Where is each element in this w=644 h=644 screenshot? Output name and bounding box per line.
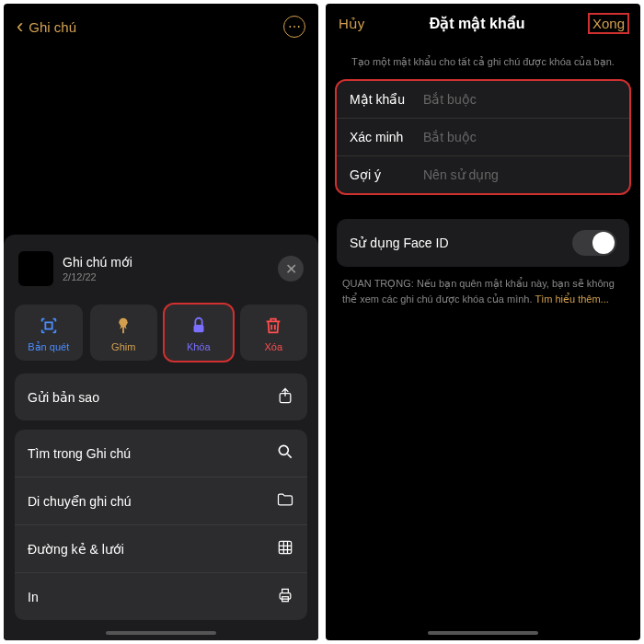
lock-label: Khóa — [187, 341, 211, 352]
password-input[interactable]: Bắt buộc — [423, 92, 477, 107]
warning-text: QUAN TRỌNG: Nếu bạn quên mật khẩu này, b… — [326, 267, 640, 316]
action-sheet: Ghi chú mới 2/12/22 ✕ Bản quét Ghim Khóa… — [4, 235, 318, 640]
pin-label: Ghim — [111, 341, 135, 352]
send-copy-label: Gửi bản sao — [28, 390, 99, 405]
move-label: Di chuyển ghi chú — [28, 494, 132, 509]
find-item[interactable]: Tìm trong Ghi chú — [15, 430, 307, 477]
header: Hủy Đặt mật khẩu Xong — [326, 4, 640, 43]
faceid-row: Sử dụng Face ID — [337, 219, 629, 267]
move-item[interactable]: Di chuyển ghi chú — [15, 477, 307, 525]
scan-icon — [39, 316, 59, 336]
print-icon — [276, 586, 294, 607]
back-chevron-icon[interactable]: ‹ — [17, 15, 23, 39]
password-label: Mật khẩu — [350, 92, 423, 107]
more-icon[interactable]: ⋯ — [283, 16, 305, 38]
svg-rect-2 — [193, 325, 203, 332]
verify-input[interactable]: Bắt buộc — [423, 130, 477, 144]
subtitle: Tạo một mật khẩu cho tất cả ghi chú được… — [326, 43, 640, 81]
note-date: 2/12/22 — [63, 271, 278, 282]
trash-icon — [263, 316, 283, 336]
svg-rect-6 — [280, 593, 291, 600]
home-indicator[interactable] — [106, 631, 216, 635]
svg-point-4 — [279, 445, 288, 454]
quick-actions: Bản quét Ghim Khóa Xóa — [15, 305, 307, 361]
delete-label: Xóa — [264, 341, 282, 352]
pin-button[interactable]: Ghim — [90, 305, 158, 361]
set-password-screen: Hủy Đặt mật khẩu Xong Tạo một mật khẩu c… — [326, 4, 640, 640]
password-row[interactable]: Mật khẩu Bắt buộc — [337, 81, 629, 119]
toggle-knob — [592, 232, 615, 254]
print-label: In — [28, 590, 39, 604]
scan-button[interactable]: Bản quét — [15, 305, 83, 361]
lines-item[interactable]: Đường kẻ & lưới — [15, 525, 307, 573]
scan-label: Bản quét — [28, 341, 69, 353]
faceid-label: Sử dụng Face ID — [350, 236, 449, 250]
svg-rect-5 — [279, 541, 291, 553]
share-icon — [276, 386, 294, 408]
svg-rect-1 — [122, 326, 124, 333]
verify-label: Xác minh — [350, 130, 423, 144]
delete-button[interactable]: Xóa — [240, 305, 308, 361]
pin-icon — [113, 316, 133, 336]
back-label[interactable]: Ghi chú — [29, 19, 283, 35]
hint-row[interactable]: Gợi ý Nên sử dụng — [337, 156, 629, 193]
lines-label: Đường kẻ & lưới — [28, 542, 124, 557]
menu-group-2: Tìm trong Ghi chú Di chuyển ghi chú Đườn… — [15, 430, 307, 620]
faceid-toggle[interactable] — [572, 230, 616, 256]
note-header: Ghi chú mới 2/12/22 ✕ — [15, 246, 307, 299]
svg-point-0 — [120, 318, 128, 327]
learn-more-link[interactable]: Tìm hiểu thêm... — [535, 293, 608, 305]
close-button[interactable]: ✕ — [278, 256, 304, 282]
send-copy-item[interactable]: Gửi bản sao — [15, 374, 307, 420]
find-label: Tìm trong Ghi chú — [28, 446, 131, 461]
hint-label: Gợi ý — [350, 167, 423, 182]
header: ‹ Ghi chú ⋯ — [4, 4, 318, 50]
lock-icon — [189, 316, 209, 336]
print-item[interactable]: In — [15, 573, 307, 620]
notes-share-sheet-screen: ‹ Ghi chú ⋯ Ghi chú mới 2/12/22 ✕ Bản qu… — [4, 4, 318, 640]
hint-input[interactable]: Nên sử dụng — [423, 167, 499, 182]
home-indicator[interactable] — [428, 631, 538, 635]
note-thumbnail — [18, 251, 53, 286]
search-icon — [276, 443, 294, 464]
verify-row[interactable]: Xác minh Bắt buộc — [337, 119, 629, 156]
password-form: Mật khẩu Bắt buộc Xác minh Bắt buộc Gợi … — [337, 81, 629, 193]
cancel-button[interactable]: Hủy — [339, 16, 364, 32]
page-title: Đặt mật khẩu — [364, 15, 590, 32]
grid-icon — [276, 538, 294, 559]
lock-button[interactable]: Khóa — [165, 305, 233, 361]
menu-group-1: Gửi bản sao — [15, 374, 307, 420]
note-title: Ghi chú mới — [63, 255, 278, 270]
done-button[interactable]: Xong — [590, 15, 627, 32]
folder-icon — [276, 490, 294, 512]
